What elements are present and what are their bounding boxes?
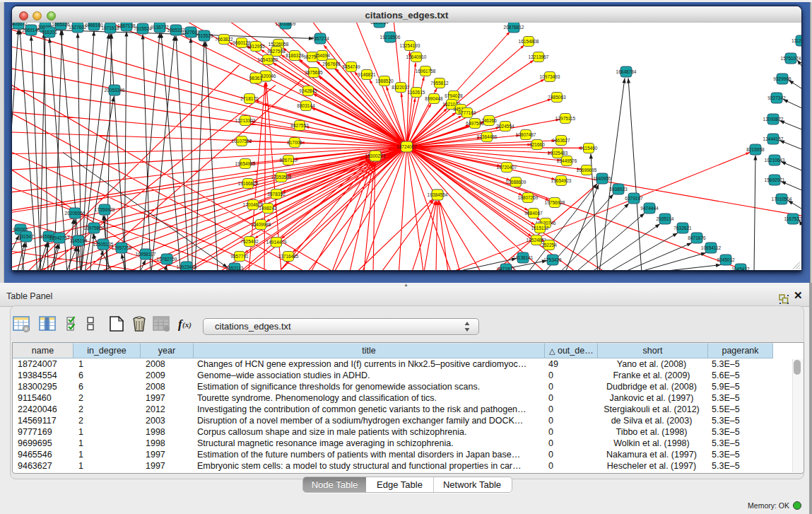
svg-text:13716485: 13716485: [278, 254, 299, 259]
svg-text:17010504: 17010504: [772, 197, 792, 201]
svg-text:12505135: 12505135: [93, 242, 114, 247]
svg-text:1753426: 1753426: [543, 257, 562, 262]
svg-text:154694: 154694: [314, 53, 330, 58]
svg-text:8912955: 8912955: [247, 44, 265, 49]
svg-text:20053346: 20053346: [105, 88, 125, 93]
svg-text:2405572: 2405572: [12, 23, 28, 26]
svg-text:14914479: 14914479: [266, 240, 287, 245]
svg-text:10975867: 10975867: [84, 226, 105, 230]
svg-text:(x): (x): [182, 320, 192, 329]
svg-text:9463627: 9463627: [552, 138, 570, 143]
svg-text:2967608: 2967608: [322, 62, 341, 66]
svg-text:2935114: 2935114: [657, 216, 674, 221]
svg-text:252254: 252254: [541, 243, 557, 247]
svg-text:12213967: 12213967: [529, 54, 549, 59]
svg-text:12353594: 12353594: [271, 175, 292, 180]
svg-text:9471871: 9471871: [497, 267, 515, 271]
svg-text:16961758: 16961758: [416, 69, 436, 74]
svg-text:17957255: 17957255: [112, 245, 132, 250]
svg-text:3024554: 3024554: [496, 124, 514, 129]
svg-text:6794028: 6794028: [445, 93, 463, 98]
svg-text:9474444: 9474444: [640, 206, 659, 211]
svg-text:20206556: 20206556: [65, 211, 86, 216]
svg-text:621660: 621660: [529, 142, 545, 147]
svg-text:7357274: 7357274: [311, 36, 329, 41]
svg-text:19654923: 19654923: [551, 178, 572, 183]
svg-text:10025483: 10025483: [548, 151, 568, 156]
svg-text:17359928: 17359928: [95, 207, 115, 212]
svg-text:16033809: 16033809: [276, 23, 296, 26]
svg-text:12444157: 12444157: [763, 136, 784, 141]
svg-text:1667138: 1667138: [117, 23, 136, 28]
svg-text:817006: 817006: [287, 140, 302, 145]
svg-text:1145194: 1145194: [70, 238, 88, 243]
svg-text:16409948: 16409948: [251, 222, 271, 227]
svg-text:15640910: 15640910: [406, 54, 427, 59]
svg-text:8471676: 8471676: [688, 235, 706, 240]
svg-text:8186328: 8186328: [286, 53, 304, 58]
svg-text:21364486: 21364486: [477, 134, 498, 139]
svg-text:9827508: 9827508: [267, 49, 286, 54]
svg-text:9652113: 9652113: [226, 266, 244, 271]
svg-text:746266: 746266: [481, 118, 497, 123]
svg-text:916201: 916201: [42, 30, 57, 35]
svg-text:1071918: 1071918: [101, 25, 119, 30]
svg-text:12213303: 12213303: [235, 118, 256, 123]
svg-text:3875685: 3875685: [305, 70, 323, 75]
svg-text:7515524: 7515524: [134, 26, 152, 31]
svg-text:18807269: 18807269: [518, 195, 539, 200]
svg-text:7515525: 7515525: [195, 33, 213, 38]
svg-text:12093872: 12093872: [763, 117, 784, 122]
svg-text:7955812: 7955812: [430, 81, 449, 86]
svg-text:11124028: 11124028: [792, 38, 801, 43]
svg-text:9227342: 9227342: [767, 95, 786, 100]
svg-text:5938923: 5938923: [609, 187, 628, 192]
svg-text:19384554: 19384554: [428, 192, 448, 197]
svg-text:1045412: 1045412: [731, 267, 750, 271]
svg-text:10210643: 10210643: [765, 158, 785, 163]
svg-text:10958107: 10958107: [136, 252, 156, 257]
svg-text:10807487: 10807487: [516, 132, 536, 137]
svg-text:1640955: 1640955: [593, 176, 611, 181]
svg-text:10654112: 10654112: [701, 245, 722, 250]
svg-text:16154808: 16154808: [519, 39, 539, 44]
svg-text:945061: 945061: [13, 227, 28, 232]
svg-text:9136772: 9136772: [151, 25, 169, 30]
svg-text:8322037: 8322037: [392, 85, 410, 90]
svg-text:9777169: 9777169: [458, 110, 476, 115]
svg-text:9245012: 9245012: [717, 257, 735, 262]
svg-text:9242845: 9242845: [299, 88, 317, 93]
svg-text:9884067: 9884067: [524, 211, 543, 216]
svg-text:15720407: 15720407: [497, 165, 517, 170]
svg-text:19218506: 19218506: [380, 35, 401, 40]
svg-text:7663822: 7663822: [215, 37, 233, 42]
svg-text:15226058: 15226058: [269, 42, 289, 47]
svg-text:16648784: 16648784: [616, 69, 637, 74]
svg-text:15751074: 15751074: [781, 56, 801, 61]
svg-text:10699695: 10699695: [577, 168, 597, 173]
svg-text:8990448: 8990448: [425, 96, 443, 101]
svg-text:9115460: 9115460: [580, 146, 598, 151]
svg-text:19756928: 19756928: [545, 200, 565, 205]
svg-text:931547: 931547: [18, 234, 34, 239]
svg-text:16543382: 16543382: [258, 57, 278, 62]
svg-text:7625402: 7625402: [240, 239, 259, 244]
svg-text:16782759: 16782759: [157, 257, 177, 262]
svg-text:6466160: 6466160: [85, 23, 103, 28]
svg-text:3878352: 3878352: [267, 192, 286, 197]
svg-text:6379197: 6379197: [625, 196, 643, 201]
svg-text:10107552: 10107552: [232, 139, 252, 144]
svg-text:2718170: 2718170: [240, 96, 259, 101]
svg-text:19166825: 19166825: [238, 181, 259, 186]
svg-text:8267110: 8267110: [280, 158, 298, 163]
svg-text:15692971: 15692971: [765, 177, 785, 182]
svg-text:1527602: 1527602: [69, 25, 87, 30]
svg-text:7632621: 7632621: [673, 226, 692, 230]
svg-text:10973493: 10973493: [540, 74, 560, 79]
svg-text:9329966: 9329966: [773, 76, 792, 81]
svg-text:1588520: 1588520: [375, 78, 394, 83]
svg-text:10688609: 10688609: [506, 180, 526, 185]
svg-text:12942757: 12942757: [49, 235, 70, 240]
svg-text:1615112: 1615112: [531, 226, 549, 230]
svg-text:8215958: 8215958: [746, 147, 765, 152]
